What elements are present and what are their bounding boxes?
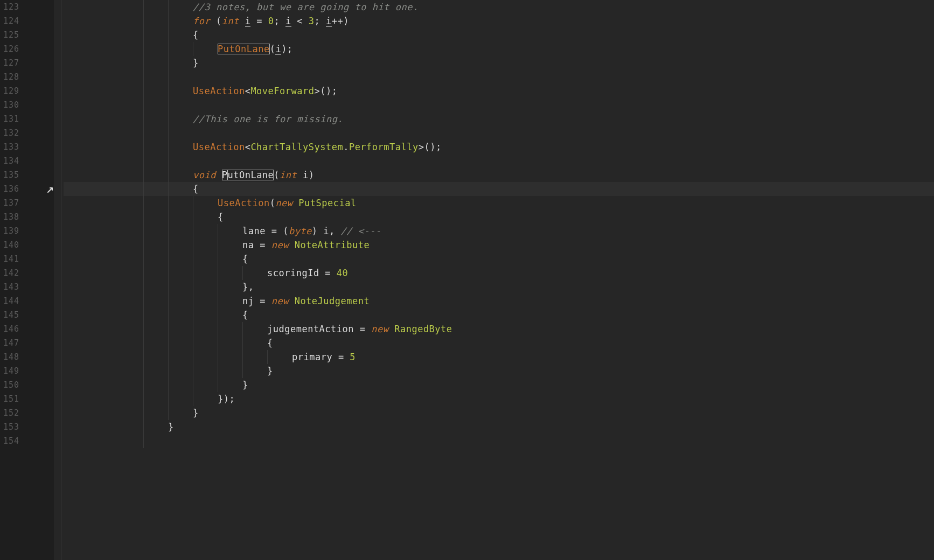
code-line[interactable]: nj = new NoteJudgement [64,294,934,308]
code-line[interactable]: //This one is for missing. [64,112,934,126]
line-number[interactable]: 150 [0,378,22,392]
code-line[interactable]: UseAction(new PutSpecial [64,196,934,210]
token [289,240,295,250]
token: < [291,16,309,26]
code-line[interactable]: na = new NoteAttribute [64,238,934,252]
token: for [193,16,210,26]
line-number[interactable]: 152 [0,406,22,420]
line-number[interactable]: 148 [0,350,22,364]
token: UseAction [193,142,245,152]
code-line[interactable]: scoringId = 40 [64,266,934,280]
token [289,296,295,306]
code-line[interactable]: { [64,308,934,322]
token: byte [289,226,312,236]
token: = [250,16,268,26]
line-number[interactable]: 144 [0,294,22,308]
token: new [271,296,289,306]
code-line[interactable]: { [64,336,934,350]
code-line[interactable]: { [64,252,934,266]
line-number[interactable]: 128 [0,70,22,84]
line-number[interactable]: 147 [0,336,22,350]
code-line[interactable]: judgementAction = new RangedByte [64,322,934,336]
code-line[interactable]: } [64,420,934,434]
token: } [193,408,199,418]
code-line[interactable] [64,70,934,84]
line-number[interactable]: 149 [0,364,22,378]
line-number[interactable]: 141 [0,252,22,266]
token: // <--- [341,226,381,236]
code-line[interactable] [64,98,934,112]
line-number[interactable]: 124 [0,14,22,28]
token: 40 [337,268,348,278]
token: i [285,16,291,27]
code-line[interactable]: PutOnLane(i); [64,42,934,56]
line-number[interactable]: 130 [0,98,22,112]
code-editor[interactable]: 1231241251261271281291301311321331341351… [0,0,934,560]
line-number[interactable]: 137 [0,196,22,210]
code-line[interactable] [64,434,934,448]
token: nj = [242,296,271,306]
line-number[interactable]: 139 [0,224,22,238]
line-number[interactable]: 132 [0,126,22,140]
code-line[interactable]: } [64,378,934,392]
code-line[interactable]: primary = 5 [64,350,934,364]
token: 3 [309,16,315,26]
token: ); [281,44,292,54]
token: na = [242,240,271,250]
line-number[interactable]: 123 [0,0,22,14]
line-number[interactable]: 153 [0,420,22,434]
code-line[interactable]: { [64,210,934,224]
line-number[interactable]: 154 [0,434,22,448]
token: judgementAction = [267,324,371,334]
code-line[interactable]: //3 notes, but we are going to hit one. [64,0,934,14]
line-number[interactable]: 143 [0,280,22,294]
code-line[interactable] [64,154,934,168]
code-line[interactable]: } [64,406,934,420]
line-number[interactable]: 125 [0,28,22,42]
token: lane = ( [242,226,289,236]
token: >(); [314,86,337,96]
code-line[interactable]: void PutOnLane(int i) [64,168,934,182]
code-line[interactable] [64,126,934,140]
token: 5 [350,352,356,362]
line-number[interactable]: 131 [0,112,22,126]
code-line[interactable]: lane = (byte) i, // <--- [64,224,934,238]
token: PutSpecial [298,198,356,208]
code-line[interactable]: { [64,28,934,42]
code-line[interactable]: UseAction<ChartTallySystem.PerformTally>… [64,140,934,154]
line-number[interactable]: 126 [0,42,22,56]
token [239,16,245,26]
code-lines[interactable]: //3 notes, but we are going to hit one.f… [64,0,934,448]
token: ChartTallySystem [250,142,343,152]
line-number[interactable]: 136 [0,182,22,196]
line-number[interactable]: 133 [0,140,22,154]
code-line[interactable]: }); [64,392,934,406]
line-number[interactable]: 151 [0,392,22,406]
code-line[interactable]: for (int i = 0; i < 3; i++) [64,14,934,28]
line-number[interactable]: 129 [0,84,22,98]
token [293,198,299,208]
line-number[interactable]: 135 [0,168,22,182]
line-number[interactable]: 146 [0,322,22,336]
code-area[interactable]: //3 notes, but we are going to hit one.f… [54,0,934,560]
token: new [371,324,388,334]
token: i [326,16,332,27]
line-number[interactable]: 145 [0,308,22,322]
token: int [280,170,297,180]
token: NoteAttribute [295,240,370,250]
fold-area[interactable] [54,0,61,560]
line-number[interactable]: 138 [0,210,22,224]
line-number[interactable]: 134 [0,154,22,168]
code-line[interactable]: } [64,364,934,378]
token: P [222,170,228,180]
code-line[interactable]: }, [64,280,934,294]
code-line[interactable]: { [64,182,934,196]
token: }); [218,394,235,404]
line-number[interactable]: 127 [0,56,22,70]
line-number[interactable]: 142 [0,266,22,280]
token: { [193,30,199,40]
code-line[interactable]: UseAction<MoveForward>(); [64,84,934,98]
token: } [168,422,174,432]
line-number[interactable]: 140 [0,238,22,252]
code-line[interactable]: } [64,56,934,70]
